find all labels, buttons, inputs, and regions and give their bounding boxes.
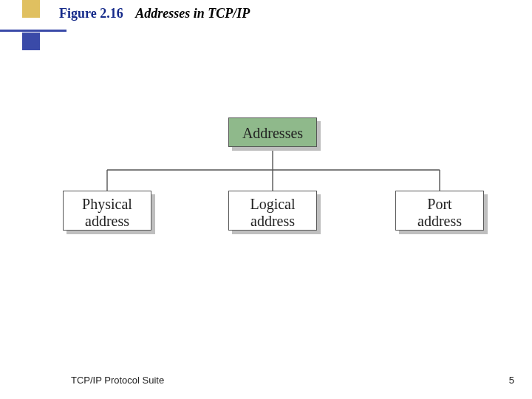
leaf-node-logical: Logicaladdress <box>228 191 317 231</box>
leaf-node-port: Portaddress <box>395 191 484 231</box>
decor-square-blue <box>22 33 40 50</box>
leaf-label: Portaddress <box>417 196 462 229</box>
decor-hline <box>0 30 66 32</box>
root-node-label: Addresses <box>242 125 303 141</box>
page-number: 5 <box>509 375 514 386</box>
decor-square-yellow <box>22 0 40 18</box>
footer-source: TCP/IP Protocol Suite <box>71 375 164 386</box>
root-node-addresses: Addresses <box>228 117 317 147</box>
figure-heading: Figure 2.16 Addresses in TCP/IP <box>59 6 250 21</box>
addresses-diagram: Addresses Physicaladdress Logicaladdress… <box>41 103 491 251</box>
leaf-label: Logicaladdress <box>250 196 295 229</box>
leaf-node-physical: Physicaladdress <box>63 191 151 231</box>
figure-title: Addresses in TCP/IP <box>135 6 250 21</box>
figure-number: Figure 2.16 <box>59 6 123 21</box>
leaf-label: Physicaladdress <box>82 196 132 229</box>
